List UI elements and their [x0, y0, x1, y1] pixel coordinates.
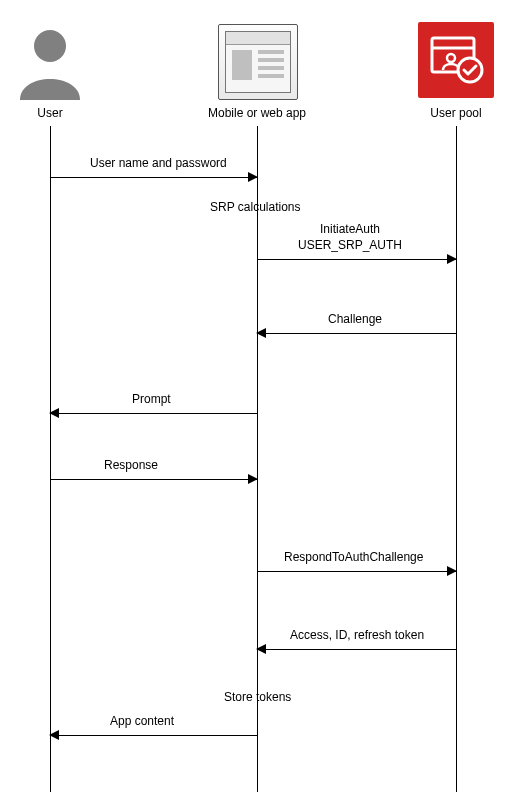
msg-respond-to-auth-challenge: RespondToAuthChallenge: [284, 550, 423, 564]
msg-user-srp-auth: USER_SRP_AUTH: [298, 238, 402, 252]
lifeline-pool: [456, 126, 457, 792]
arrow-respond-to-auth-challenge: [257, 564, 456, 578]
lifeline-user: [50, 126, 51, 792]
arrow-app-content: [50, 728, 257, 742]
actor-label-pool: User pool: [406, 106, 506, 120]
sequence-diagram: User Mobile or web app User pool User na…: [0, 0, 521, 802]
msg-tokens: Access, ID, refresh token: [290, 628, 424, 642]
actor-label-app: Mobile or web app: [207, 106, 307, 120]
msg-prompt: Prompt: [132, 392, 171, 406]
msg-username-password: User name and password: [90, 156, 227, 170]
arrow-username-password: [50, 170, 257, 184]
msg-response: Response: [104, 458, 158, 472]
arrow-challenge: [257, 326, 456, 340]
user-pool-icon: [418, 22, 494, 98]
note-srp-calculations: SRP calculations: [210, 200, 301, 214]
note-store-tokens: Store tokens: [224, 690, 291, 704]
msg-initiateauth: InitiateAuth: [320, 222, 380, 236]
msg-app-content: App content: [110, 714, 174, 728]
arrow-tokens: [257, 642, 456, 656]
user-icon: [10, 20, 90, 100]
svg-point-3: [447, 54, 455, 62]
app-icon: [218, 24, 298, 100]
arrow-initiateauth: [257, 252, 456, 266]
arrow-response: [50, 472, 257, 486]
arrow-prompt: [50, 406, 257, 420]
actor-label-user: User: [0, 106, 100, 120]
svg-point-0: [34, 30, 66, 62]
msg-challenge: Challenge: [328, 312, 382, 326]
